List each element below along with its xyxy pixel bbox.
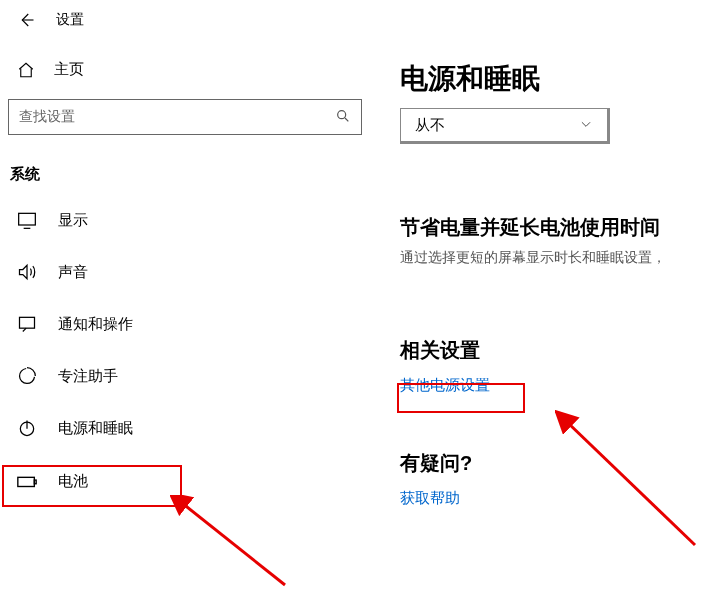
sidebar-item-power[interactable]: 电源和睡眠 xyxy=(0,402,370,454)
sidebar-item-focus[interactable]: 专注助手 xyxy=(0,350,370,402)
sidebar-item-battery[interactable]: 电池 xyxy=(0,454,370,508)
focus-icon xyxy=(16,366,38,386)
home-icon xyxy=(16,61,36,79)
nav-label: 电池 xyxy=(58,472,88,491)
sidebar-item-sound[interactable]: 声音 xyxy=(0,246,370,298)
section-title: 系统 xyxy=(0,135,370,194)
svg-point-0 xyxy=(338,110,346,118)
settings-title: 设置 xyxy=(56,11,84,29)
home-label: 主页 xyxy=(54,60,84,79)
related-heading: 相关设置 xyxy=(400,337,707,364)
nav-label: 显示 xyxy=(58,211,88,230)
search-placeholder: 查找设置 xyxy=(19,108,75,126)
search-input[interactable]: 查找设置 xyxy=(8,99,362,135)
chevron-down-icon xyxy=(579,117,593,134)
display-icon xyxy=(16,210,38,230)
main-content: 电源和睡眠 从不 节省电量并延长电池使用时间 通过选择更短的屏幕显示时长和睡眠设… xyxy=(370,0,707,589)
nav-label: 通知和操作 xyxy=(58,315,133,334)
battery-heading: 节省电量并延长电池使用时间 xyxy=(400,214,707,241)
power-icon xyxy=(16,418,38,438)
svg-rect-5 xyxy=(34,480,36,484)
sidebar: 设置 主页 查找设置 系统 xyxy=(0,0,370,589)
page-title: 电源和睡眠 xyxy=(400,60,707,98)
notifications-icon xyxy=(16,314,38,334)
battery-icon xyxy=(16,470,38,492)
battery-desc: 通过选择更短的屏幕显示时长和睡眠设置， xyxy=(400,249,707,267)
nav-label: 专注助手 xyxy=(58,367,118,386)
svg-rect-1 xyxy=(19,213,36,225)
sleep-dropdown[interactable]: 从不 xyxy=(400,108,610,144)
get-help-link[interactable]: 获取帮助 xyxy=(400,489,460,508)
sound-icon xyxy=(16,262,38,282)
dropdown-value: 从不 xyxy=(415,116,445,135)
question-heading: 有疑问? xyxy=(400,450,707,477)
back-button[interactable] xyxy=(16,10,36,30)
nav-label: 电源和睡眠 xyxy=(58,419,133,438)
svg-rect-2 xyxy=(20,317,35,328)
other-power-settings-link[interactable]: 其他电源设置 xyxy=(400,376,490,395)
nav-label: 声音 xyxy=(58,263,88,282)
sidebar-item-display[interactable]: 显示 xyxy=(0,194,370,246)
svg-rect-4 xyxy=(18,477,35,486)
sidebar-item-notifications[interactable]: 通知和操作 xyxy=(0,298,370,350)
search-icon xyxy=(335,108,351,127)
home-nav[interactable]: 主页 xyxy=(0,35,370,89)
